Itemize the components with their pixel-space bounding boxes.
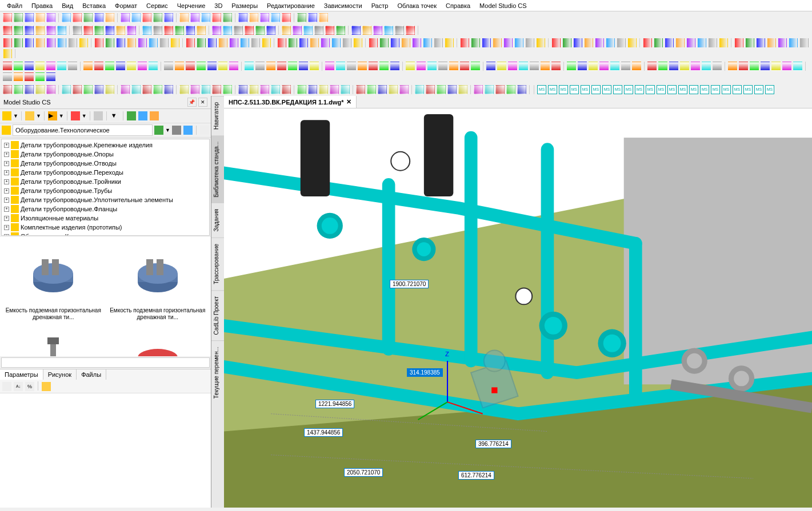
menu-view[interactable]: Вид [57,1,78,10]
tool-icon[interactable] [691,62,700,71]
tool-icon[interactable] [449,62,458,71]
tool-icon[interactable] [567,62,576,71]
tool-icon[interactable] [249,85,258,94]
tool-icon[interactable] [249,13,258,22]
tool-icon[interactable] [325,62,334,71]
tool-icon[interactable] [25,62,34,71]
tool-icon[interactable] [35,38,45,47]
tool-icon[interactable] [319,13,328,22]
tool-icon[interactable] [643,38,652,47]
tool-icon[interactable] [238,13,247,22]
tool-icon[interactable] [62,13,71,22]
grid-icon[interactable] [94,111,103,120]
tool-icon[interactable] [288,62,297,71]
menu-dimensions[interactable]: Размеры [227,1,262,10]
tool-icon[interactable] [378,85,387,94]
tool-icon[interactable] [223,13,232,22]
tool-icon[interactable] [190,13,199,22]
tool-icon[interactable] [460,62,469,71]
tool-icon[interactable] [517,85,526,94]
tab-parameters[interactable]: Параметры [0,369,43,380]
tool-icon[interactable] [73,13,82,22]
tool-icon[interactable] [627,38,637,47]
tool-icon[interactable] [675,38,685,47]
tool-icon[interactable] [367,85,376,94]
config-icon[interactable] [71,111,80,120]
tool-icon[interactable] [530,62,539,71]
tool-icon[interactable] [482,38,491,47]
tool-icon[interactable] [621,62,630,71]
tool-icon[interactable] [25,13,34,22]
tool-icon[interactable] [647,62,657,71]
tree-item[interactable]: +Комплектные изделия (прототипы) [3,223,208,232]
tool-icon[interactable] [83,85,93,94]
tool-icon[interactable] [497,62,506,71]
tool-icon[interactable] [761,62,770,71]
tool-icon[interactable] [331,38,341,47]
menu-modelstudio[interactable]: Model Studio CS [475,1,531,10]
prop-search-input[interactable] [1,357,210,368]
tool-icon[interactable] [669,62,678,71]
ms-icon[interactable]: MS [591,85,601,94]
tool-icon[interactable] [73,26,82,35]
tool-icon[interactable] [750,62,759,71]
3d-canvas[interactable]: Z 1900.721070 314.198385 1221.944856 143… [224,108,812,508]
tool-icon[interactable] [3,38,12,47]
tool-icon[interactable] [186,26,195,35]
tool-icon[interactable] [314,26,323,35]
tool-icon[interactable] [238,85,247,94]
tool-icon[interactable] [186,38,195,47]
tool-icon[interactable] [589,62,598,71]
tool-icon[interactable] [164,13,173,22]
tool-icon[interactable] [186,62,195,71]
tool-icon[interactable] [745,38,754,47]
tool-icon[interactable] [379,62,389,71]
tool-icon[interactable] [46,85,55,94]
ms-icon[interactable]: MS [635,85,644,94]
tool-icon[interactable] [384,26,393,35]
tool-icon[interactable] [105,38,114,47]
tool-icon[interactable] [447,85,457,94]
ms-icon[interactable]: MS [657,85,666,94]
filter-icon[interactable]: ▼ [110,111,119,120]
pin-icon[interactable]: 📌 [187,98,197,107]
ms-icon[interactable]: MS [570,85,579,94]
tool-icon[interactable] [336,26,345,35]
menu-raster[interactable]: Растр [367,1,393,10]
ms-icon[interactable]: MS [700,85,709,94]
tool-icon[interactable] [46,73,55,82]
side-tab-cadlib[interactable]: CadLib Проект [211,290,224,340]
tool-icon[interactable] [121,13,130,22]
tool-icon[interactable] [739,62,748,71]
az-icon[interactable]: A↓ [14,382,23,391]
tool-icon[interactable] [789,38,798,47]
tree-item[interactable]: +Детали трубопроводные.Тройники [3,177,208,186]
tool-icon[interactable] [471,38,480,47]
tool-icon[interactable] [223,85,232,94]
ms-icon[interactable]: MS [559,85,568,94]
tool-icon[interactable] [201,85,210,94]
tool-icon[interactable] [3,49,12,58]
tool-icon[interactable] [728,62,737,71]
tool-icon[interactable] [153,85,162,94]
tool-icon[interactable] [658,62,667,71]
tool-icon[interactable] [35,62,45,71]
tool-icon[interactable] [138,62,147,71]
tool-icon[interactable] [282,85,291,94]
tool-icon[interactable] [127,26,136,35]
tool-icon[interactable] [379,38,389,47]
ms-icon[interactable]: MS [754,85,763,94]
tool-icon[interactable] [506,85,515,94]
tool-icon[interactable] [153,26,162,35]
tool-icon[interactable] [131,85,141,94]
tool-icon[interactable] [406,62,415,71]
tool-icon[interactable] [426,85,435,94]
tool-icon[interactable] [73,85,82,94]
tool-icon[interactable] [686,38,695,47]
tool-icon[interactable] [541,62,550,71]
tool-icon[interactable] [369,38,378,47]
tool-icon[interactable] [68,62,77,71]
refresh-search-icon[interactable] [154,126,163,135]
tool-icon[interactable] [266,26,275,35]
tool-icon[interactable] [782,62,791,71]
